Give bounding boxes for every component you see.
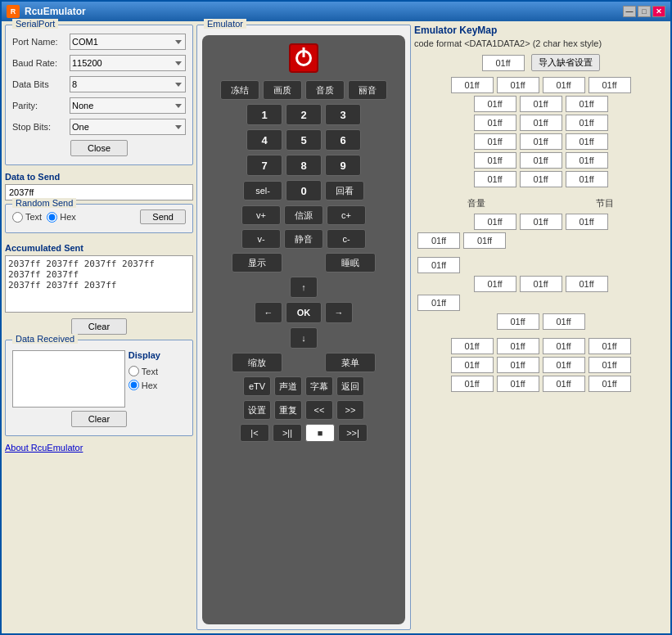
zoom-button[interactable]: 缩放: [232, 353, 282, 372]
keymap-input-r6c2[interactable]: [520, 171, 562, 187]
track-button[interactable]: 声道: [274, 376, 302, 396]
sound-button[interactable]: 音质: [305, 80, 345, 100]
keymap-bot-r3c4[interactable]: [589, 376, 631, 392]
num0-button[interactable]: 0: [286, 180, 322, 201]
settings-button[interactable]: 设置: [243, 400, 271, 420]
play-button[interactable]: >||: [273, 424, 302, 442]
vminus-button[interactable]: v-: [241, 229, 281, 249]
keymap-vol-r2c1[interactable]: [417, 232, 460, 249]
keymap-input-r3c2[interactable]: [520, 115, 562, 131]
display-text-radio[interactable]: [129, 366, 139, 376]
skipback-button[interactable]: |<: [240, 424, 269, 442]
num9-button[interactable]: 9: [325, 155, 361, 176]
keymap-vol-r1c2[interactable]: [520, 214, 562, 230]
skipfwd-button[interactable]: >>|: [338, 424, 368, 442]
display-hex-label[interactable]: Hex: [142, 381, 158, 390]
cminus-button[interactable]: c-: [327, 229, 366, 249]
keymap-mid-r1c2[interactable]: [520, 276, 562, 292]
num7-button[interactable]: 7: [246, 155, 282, 176]
keymap-bot-row0c1[interactable]: [497, 313, 539, 330]
keymap-input-r4c1[interactable]: [474, 133, 516, 150]
keymap-input-r5c2[interactable]: [520, 152, 562, 169]
keymap-bot-r2c3[interactable]: [543, 357, 585, 373]
keymap-input-r5c1[interactable]: [474, 152, 516, 169]
source-button[interactable]: 信源: [284, 205, 323, 225]
beauty-button[interactable]: 丽音: [348, 80, 387, 100]
keymap-bot-r3c2[interactable]: [497, 376, 539, 392]
return-button[interactable]: 返回: [336, 376, 364, 396]
subtitle-button[interactable]: 字幕: [305, 376, 333, 396]
num8-button[interactable]: 8: [286, 155, 322, 176]
keymap-input-r3c1[interactable]: [474, 115, 516, 131]
keymap-input-r2c2[interactable]: [520, 96, 562, 112]
keymap-bot-r2c2[interactable]: [497, 357, 539, 373]
backview-button[interactable]: 回看: [325, 181, 364, 200]
keymap-bot-r2c1[interactable]: [451, 357, 494, 373]
maximize-button[interactable]: □: [638, 6, 651, 17]
keymap-bot-r1c2[interactable]: [497, 338, 539, 354]
num3-button[interactable]: 3: [325, 104, 361, 125]
stop-bits-select[interactable]: One: [70, 119, 186, 135]
parity-select[interactable]: None: [70, 97, 186, 114]
keymap-input-r5c3[interactable]: [566, 152, 608, 169]
keymap-input-r4c2[interactable]: [520, 133, 562, 150]
freeze-button[interactable]: 冻结: [220, 80, 259, 100]
num6-button[interactable]: 6: [325, 129, 361, 151]
keymap-vol-r1c3[interactable]: [566, 214, 608, 230]
keymap-bot-r1c4[interactable]: [589, 338, 631, 354]
keymap-input-r6c3[interactable]: [566, 171, 608, 187]
stop-button[interactable]: ■: [305, 424, 335, 442]
repeat-button[interactable]: 重复: [274, 400, 302, 420]
keymap-input-r2c1[interactable]: [474, 96, 516, 112]
minimize-button[interactable]: —: [623, 6, 636, 17]
next-button[interactable]: >>: [336, 400, 364, 420]
sel-button[interactable]: sel-: [243, 181, 282, 200]
baud-rate-select[interactable]: 115200: [70, 55, 186, 71]
keymap-input-r1c4[interactable]: [589, 77, 631, 93]
keymap-mid-r1c3[interactable]: [566, 276, 608, 292]
keymap-bot-r3c3[interactable]: [543, 376, 585, 392]
keymap-input-r1c1[interactable]: [451, 77, 494, 93]
vplus-button[interactable]: v+: [241, 205, 281, 225]
display-hex-radio[interactable]: [129, 380, 139, 390]
keymap-single1[interactable]: [417, 257, 460, 273]
import-defaults-button[interactable]: 导入缺省设置: [531, 54, 600, 71]
received-clear-button[interactable]: Clear: [71, 411, 127, 427]
keymap-mid-r1c1[interactable]: [474, 276, 516, 292]
power-button[interactable]: [289, 43, 318, 73]
keymap-input-top[interactable]: [482, 55, 525, 71]
keymap-input-r1c2[interactable]: [497, 77, 539, 93]
keymap-bot-r1c1[interactable]: [451, 338, 494, 354]
port-name-select[interactable]: COM1: [70, 34, 186, 50]
serial-close-button[interactable]: Close: [70, 140, 128, 156]
window-close-button[interactable]: ✕: [652, 6, 665, 17]
keymap-bot-r1c3[interactable]: [543, 338, 585, 354]
num2-button[interactable]: 2: [286, 104, 322, 125]
keymap-input-r2c3[interactable]: [566, 96, 608, 112]
mute-button[interactable]: 静音: [284, 229, 323, 249]
keymap-bot-r3c1[interactable]: [451, 376, 494, 392]
send-hex-radio[interactable]: [47, 212, 57, 223]
up-button[interactable]: ↑: [290, 277, 318, 298]
keymap-bot-r2c4[interactable]: [589, 357, 631, 373]
picture-button[interactable]: 画质: [263, 80, 302, 100]
left-button[interactable]: ←: [255, 302, 282, 323]
keymap-input-r1c3[interactable]: [543, 77, 585, 93]
keymap-input-r3c3[interactable]: [566, 115, 608, 131]
keymap-input-r4c3[interactable]: [566, 133, 608, 150]
about-link[interactable]: About RcuEmulator: [5, 443, 193, 453]
num4-button[interactable]: 4: [246, 129, 282, 151]
keymap-vol-r2c2[interactable]: [463, 232, 506, 249]
num5-button[interactable]: 5: [286, 129, 322, 151]
display-text-label[interactable]: Text: [142, 367, 158, 376]
num1-button[interactable]: 1: [246, 104, 282, 125]
data-bits-select[interactable]: 8: [70, 76, 186, 92]
send-button[interactable]: Send: [140, 209, 186, 224]
keymap-input-r6c1[interactable]: [474, 171, 516, 187]
right-button[interactable]: →: [325, 302, 353, 323]
accumulated-clear-button[interactable]: Clear: [71, 318, 127, 335]
keymap-single2[interactable]: [417, 295, 460, 311]
cplus-button[interactable]: c+: [327, 205, 366, 225]
down-button[interactable]: ↓: [290, 327, 318, 349]
prev-button[interactable]: <<: [305, 400, 333, 420]
